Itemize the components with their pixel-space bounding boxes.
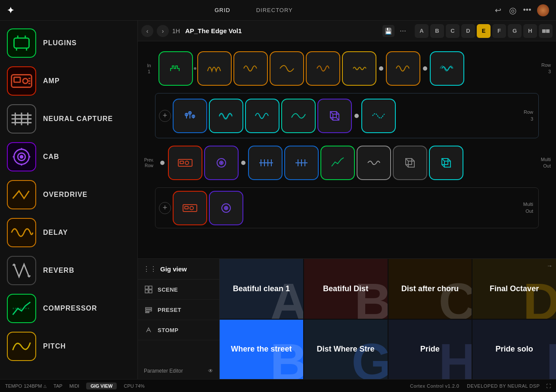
- preset-prev-button[interactable]: ‹: [141, 25, 153, 37]
- scene-btn-g[interactable]: G: [508, 24, 522, 38]
- overdrive-label: OVERDRIVE: [43, 191, 87, 199]
- row4-add-button[interactable]: +: [159, 202, 171, 214]
- param-editor-row[interactable]: Parameter Editor 👁: [138, 363, 219, 379]
- plugin-wave1[interactable]: [233, 51, 268, 86]
- gig-cell-bg-b: B: [354, 276, 388, 319]
- scene-btn-e[interactable]: E: [477, 24, 491, 38]
- gig-cell-pride[interactable]: H Pride: [388, 320, 472, 380]
- nav-grid[interactable]: GRID: [214, 7, 230, 13]
- gig-cell-bg-f: G: [351, 336, 387, 379]
- svg-rect-72: [146, 308, 152, 309]
- gig-menu-stomp[interactable]: STOMP: [138, 320, 219, 340]
- preset-icon: [144, 305, 153, 314]
- row2-add-button[interactable]: +: [159, 110, 171, 122]
- scene-btn-grid[interactable]: ▦▦: [539, 24, 553, 38]
- gig-cell-beatiful-dist[interactable]: B Beatiful Dist: [304, 259, 388, 319]
- plugin-eq1[interactable]: [197, 51, 232, 86]
- scene-btn-b[interactable]: B: [430, 24, 444, 38]
- chain-row-3: Prev.Row: [138, 139, 556, 187]
- avatar[interactable]: [537, 4, 549, 16]
- scene-btn-c[interactable]: C: [446, 24, 460, 38]
- status-tap[interactable]: TAP: [53, 383, 62, 389]
- gig-sidebar: ⋮⋮ Gig view SCENE PRESET STOMP: [138, 259, 220, 379]
- gig-cell-bg-d: D: [523, 276, 556, 319]
- sidebar-item-plugins[interactable]: PLUGINS: [0, 24, 137, 62]
- plugin-gate[interactable]: [158, 51, 193, 86]
- expand-icon[interactable]: ⛶: [546, 383, 551, 389]
- gig-menu-scene[interactable]: SCENE: [138, 280, 219, 300]
- sidebar-item-delay[interactable]: DELAY: [0, 214, 137, 252]
- svg-rect-74: [146, 312, 149, 313]
- plugin-eq5[interactable]: [284, 146, 319, 180]
- scene-btn-h[interactable]: H: [523, 24, 537, 38]
- status-bar: TEMPO 124BPM △ TAP MIDI GIG VIEW CPU 74%…: [0, 379, 556, 392]
- top-nav: GRID DIRECTORY: [214, 7, 293, 13]
- plugin-noise[interactable]: [342, 51, 376, 86]
- amp-icon: [7, 66, 36, 96]
- plugin-cube3[interactable]: [429, 146, 463, 180]
- plugin-comp2[interactable]: [320, 146, 355, 180]
- pitch-icon: [7, 332, 36, 361]
- plugin-wave2[interactable]: [270, 51, 304, 86]
- plugin-cube2[interactable]: [393, 146, 427, 180]
- gig-cell-beatiful-clean[interactable]: A Beatiful clean 1: [220, 259, 303, 319]
- svg-point-39: [185, 161, 189, 165]
- tap-label: TAP: [53, 383, 62, 389]
- plugin-wave5[interactable]: [281, 99, 316, 133]
- plugin-wave4[interactable]: [386, 51, 420, 86]
- preset-more-button[interactable]: ···: [398, 26, 408, 35]
- stomp-label: STOMP: [158, 327, 179, 333]
- gig-cell-dist-where-stre[interactable]: G Dist Where Stre: [304, 320, 388, 380]
- scene-btn-d[interactable]: D: [461, 24, 475, 38]
- delay-icon: [7, 218, 36, 247]
- plugin-eq3[interactable]: [173, 99, 207, 133]
- undo-icon[interactable]: ↩: [493, 6, 503, 15]
- bottom-panel: ⋮⋮ Gig view SCENE PRESET STOMP: [138, 258, 556, 379]
- status-gig-view[interactable]: GIG VIEW: [86, 383, 117, 389]
- main-area: ‹ › 1H AP_The Edge Vol1 💾 ··· A B C D E …: [138, 21, 556, 379]
- plugin-noise2[interactable]: [357, 146, 391, 180]
- chain-connector-3: [423, 66, 427, 71]
- sidebar-item-overdrive[interactable]: OVERDRIVE: [0, 176, 137, 214]
- plugin-amp2[interactable]: [168, 146, 202, 180]
- plugin-spectral[interactable]: [430, 51, 464, 86]
- sidebar-item-neural-capture[interactable]: NEURAL CAPTURE: [0, 100, 137, 138]
- cab-label: CAB: [43, 153, 59, 161]
- scene-btn-f[interactable]: F: [492, 24, 506, 38]
- plugin-wave6[interactable]: [361, 99, 396, 133]
- tempo-value[interactable]: 124BPM: [24, 383, 42, 389]
- more-icon[interactable]: •••: [522, 6, 532, 15]
- chain-connector: [194, 67, 196, 70]
- param-editor-eye-icon: 👁: [208, 368, 213, 374]
- plugin-chorus[interactable]: [209, 99, 243, 133]
- sidebar-item-amp[interactable]: AMP: [0, 62, 137, 100]
- gig-cell-dist-after-choru[interactable]: C Dist after choru: [388, 259, 472, 319]
- plugin-wave3[interactable]: [306, 51, 340, 86]
- gig-cell-final-octaver[interactable]: → D Final Octaver: [472, 259, 556, 319]
- preset-next-button[interactable]: ›: [157, 25, 169, 37]
- plugin-eq4[interactable]: [248, 146, 283, 180]
- sidebar-item-compressor[interactable]: COMPRESSOR: [0, 289, 137, 327]
- delay-label: DELAY: [43, 229, 68, 236]
- gig-cell-bg-g: H: [439, 336, 472, 379]
- gig-cell-where-the-street[interactable]: B Where the street: [220, 320, 303, 380]
- status-midi[interactable]: MIDI: [69, 383, 79, 389]
- plugin-cube1[interactable]: [317, 99, 352, 133]
- sidebar-item-reverb[interactable]: REVERB: [0, 252, 137, 289]
- plugin-cab3[interactable]: [209, 191, 243, 225]
- plugin-cab2[interactable]: [204, 146, 239, 180]
- gig-header: ⋮⋮ Gig view: [138, 259, 219, 280]
- sidebar-item-cab[interactable]: CAB: [0, 138, 137, 176]
- sidebar: PLUGINS AMP NEURAL CAPTURE CAB OVERDRIVE…: [0, 21, 138, 379]
- svg-rect-71: [149, 290, 152, 293]
- plugin-amp3[interactable]: [173, 191, 207, 225]
- preset-save-button[interactable]: 💾: [382, 25, 394, 37]
- scene-icon: [144, 285, 153, 294]
- record-icon[interactable]: ◎: [508, 6, 517, 15]
- gig-cell-pride-solo[interactable]: I Pride solo: [472, 320, 556, 380]
- scene-btn-a[interactable]: A: [415, 24, 429, 38]
- nav-directory[interactable]: DIRECTORY: [256, 7, 293, 13]
- plugin-vibrato[interactable]: [245, 99, 280, 133]
- gig-menu-preset[interactable]: PRESET: [138, 300, 219, 320]
- sidebar-item-pitch[interactable]: PITCH: [0, 327, 137, 365]
